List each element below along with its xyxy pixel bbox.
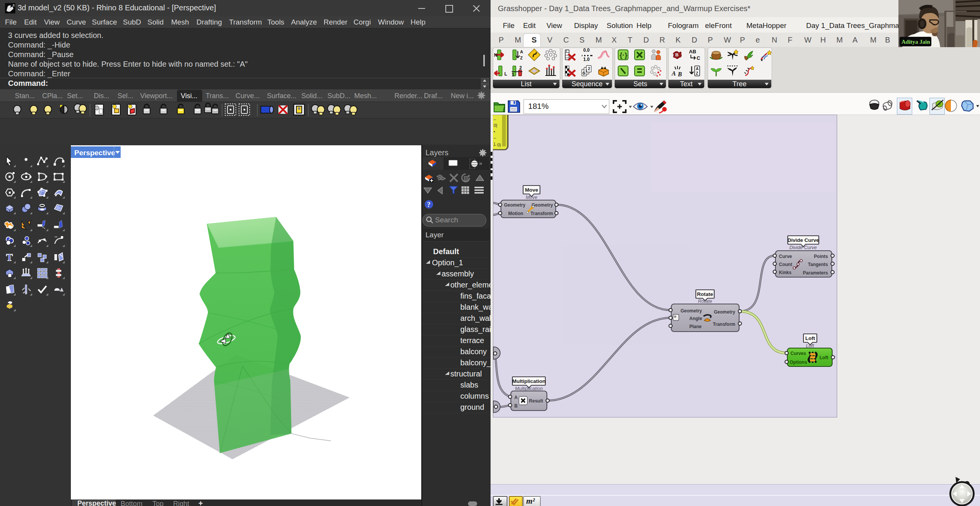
svg-text:?: ? <box>427 201 430 209</box>
svg-text:Loft: Loft <box>805 335 815 341</box>
svg-text:2: 2 <box>588 66 590 71</box>
svg-text:Multiplication: Multiplication <box>512 378 546 384</box>
svg-text:1.0: 1.0 <box>583 57 590 62</box>
svg-text:Parameters: Parameters <box>803 270 828 276</box>
svg-text:N: N <box>494 53 497 58</box>
svg-text:C: C <box>697 55 700 61</box>
svg-text:Move: Move <box>525 187 538 193</box>
svg-text:A: A <box>696 67 699 71</box>
svg-text:Result: Result <box>529 398 543 404</box>
svg-text:Rotate: Rotate <box>698 299 712 304</box>
svg-text:Geometry: Geometry <box>504 202 525 208</box>
svg-text:Kinks: Kinks <box>779 270 792 275</box>
svg-text:A: A <box>514 395 518 400</box>
svg-text:B: B <box>677 71 682 77</box>
svg-text:Loft: Loft <box>820 355 828 360</box>
svg-text:Motion: Motion <box>508 211 523 216</box>
svg-text:L: L <box>504 71 507 77</box>
svg-text:Aditya Jain: Aditya Jain <box>901 39 930 45</box>
svg-text:{·}: {·} <box>620 51 627 59</box>
svg-text:Move: Move <box>526 195 538 200</box>
svg-text:2: 2 <box>519 65 522 71</box>
svg-text:Curves: Curves <box>790 351 806 356</box>
svg-text:Geometry: Geometry <box>532 202 553 208</box>
svg-text:Options: Options <box>790 360 807 365</box>
svg-text:AB: AB <box>689 49 696 54</box>
svg-text:Divide Curve: Divide Curve <box>789 245 817 250</box>
svg-text:Count: Count <box>779 262 792 267</box>
svg-text:Transform: Transform <box>713 322 735 327</box>
svg-text:0: 0 <box>582 71 585 76</box>
svg-text:Z: Z <box>520 56 523 60</box>
svg-text:B: B <box>514 403 518 409</box>
svg-text:Z: Z <box>696 71 698 76</box>
svg-text:Geometry: Geometry <box>714 309 735 315</box>
svg-text:Transform: Transform <box>530 211 553 216</box>
svg-text:1: 1 <box>512 72 514 77</box>
svg-text:8: 8 <box>13 3 15 7</box>
svg-text:Rotate: Rotate <box>697 291 713 297</box>
svg-text:Curve: Curve <box>779 254 792 259</box>
svg-text:B: B <box>675 52 679 58</box>
svg-text:Angle: Angle <box>689 316 702 321</box>
svg-text:A: A <box>671 70 676 77</box>
svg-text:Points: Points <box>814 254 828 259</box>
svg-text:1: 1 <box>585 69 587 73</box>
svg-text:A: A <box>520 49 523 54</box>
svg-text:Tangents: Tangents <box>808 262 828 267</box>
svg-text:Geometry: Geometry <box>681 308 702 314</box>
svg-text:0.0: 0.0 <box>583 48 590 53</box>
svg-text:Plane: Plane <box>689 324 702 329</box>
svg-text:1: 1 <box>566 49 568 53</box>
svg-text:Divide Curve: Divide Curve <box>787 237 819 243</box>
svg-text:T: T <box>6 252 13 263</box>
